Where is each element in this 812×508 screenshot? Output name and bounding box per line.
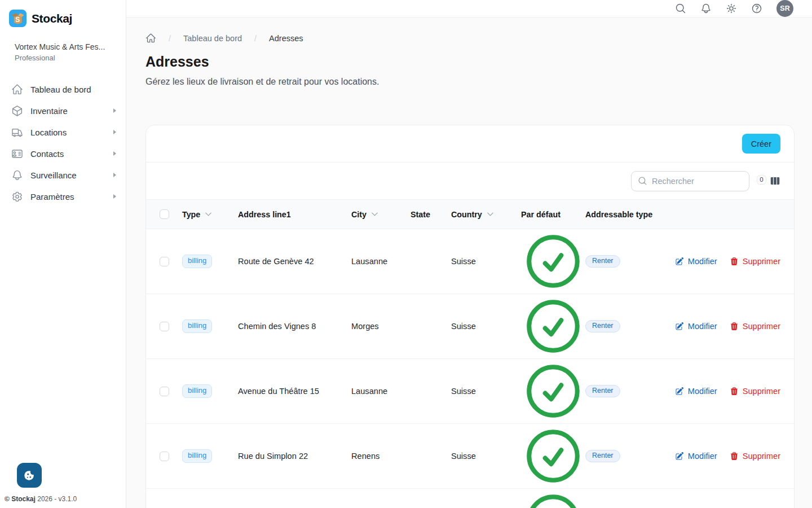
state-cell: [411, 359, 451, 424]
sidebar-item-contacts[interactable]: Contacts: [0, 143, 126, 164]
app-logo[interactable]: S Stockaj: [0, 0, 126, 27]
sidebar-item-locations[interactable]: Locations: [0, 121, 126, 143]
country-cell: Suisse: [451, 229, 521, 294]
chevron-down-icon: [370, 210, 379, 218]
city-cell: Renens: [351, 424, 411, 489]
help-icon[interactable]: [751, 3, 762, 14]
delete-button[interactable]: Supprimer: [730, 257, 780, 266]
sidebar-item-tableau-de-bord[interactable]: Tableau de bord: [0, 78, 126, 100]
country-cell: Suisse: [451, 424, 521, 489]
edit-label: Modifier: [688, 322, 717, 331]
svg-text:S: S: [15, 16, 20, 24]
search-icon[interactable]: [675, 3, 686, 14]
copyright-version: 2026 - v3.1.0: [37, 495, 77, 503]
table-row: billing Rue du Bugnon 21 Lausanne Suisse…: [146, 489, 794, 508]
default-check-circle-icon: [521, 359, 585, 423]
user-avatar[interactable]: SR: [776, 0, 793, 17]
state-cell: [411, 489, 451, 508]
search-input-icon: [638, 176, 647, 186]
trash-icon: [730, 322, 739, 331]
app-logo-icon: S: [9, 10, 27, 27]
delete-button[interactable]: Supprimer: [730, 452, 780, 461]
breadcrumb-home-icon[interactable]: [145, 33, 156, 43]
filter-count-badge: 0: [757, 175, 766, 185]
delete-button[interactable]: Supprimer: [730, 387, 780, 396]
addressable-type-badge: Renter: [585, 255, 620, 268]
sidebar-item-parametres[interactable]: Paramètres: [0, 186, 126, 207]
select-all-checkbox[interactable]: [160, 209, 169, 219]
addressable-type-badge: Renter: [585, 320, 620, 333]
row-checkbox[interactable]: [160, 257, 169, 266]
chevron-right-icon: [113, 108, 117, 113]
org-plan: Professional: [15, 54, 118, 62]
column-header-country[interactable]: Country: [451, 210, 482, 219]
chevron-right-icon: [113, 151, 117, 156]
truck-icon: [11, 126, 23, 138]
sidebar-item-label: Locations: [30, 128, 67, 137]
addresses-card: Créer 0: [145, 125, 795, 508]
card-header: Créer: [146, 125, 794, 162]
row-checkbox[interactable]: [160, 322, 169, 331]
delete-label: Supprimer: [743, 452, 780, 461]
country-cell: Suisse: [451, 489, 521, 508]
delete-label: Supprimer: [743, 322, 780, 331]
trash-icon: [730, 387, 739, 396]
city-cell: Lausanne: [351, 229, 411, 294]
default-check-circle-icon: [521, 424, 585, 488]
edit-button[interactable]: Modifier: [675, 387, 717, 396]
breadcrumb-separator: /: [169, 34, 171, 43]
state-cell: [411, 229, 451, 294]
pencil-square-icon: [675, 387, 684, 396]
edit-button[interactable]: Modifier: [675, 322, 717, 331]
address-cell: Route de Genève 42: [238, 229, 351, 294]
type-badge: billing: [182, 384, 212, 397]
home-icon: [11, 84, 23, 95]
sidebar-item-label: Contacts: [30, 149, 64, 159]
chevron-down-icon: [486, 210, 495, 218]
table-header-row: Type Address line1 City State Country Pa…: [146, 200, 794, 229]
row-checkbox[interactable]: [160, 387, 169, 396]
page-subtitle: Gérez les lieux de livraison et de retra…: [145, 77, 795, 87]
city-cell: Morges: [351, 294, 411, 359]
notifications-bell-icon[interactable]: [700, 3, 712, 14]
theme-sun-icon[interactable]: [726, 3, 737, 14]
state-cell: [411, 424, 451, 489]
column-header-type[interactable]: Type: [182, 210, 200, 219]
breadcrumb-separator: /: [254, 34, 257, 43]
edit-button[interactable]: Modifier: [675, 257, 717, 266]
cookie-icon: [23, 469, 36, 481]
org-block: Vortex Music & Arts Fes... Professional: [0, 27, 126, 62]
pencil-square-icon: [675, 322, 684, 331]
delete-button[interactable]: Supprimer: [730, 322, 780, 331]
copyright-brand: © Stockaj: [5, 495, 36, 503]
table-row: billing Route de Genève 42 Lausanne Suis…: [146, 229, 794, 294]
sidebar-item-inventaire[interactable]: Inventaire: [0, 100, 126, 121]
card-toolbar: 0: [146, 162, 794, 199]
sidebar-item-surveillance[interactable]: Surveillance: [0, 164, 126, 186]
org-name: Vortex Music & Arts Fes...: [15, 42, 118, 51]
country-cell: Suisse: [451, 359, 521, 424]
default-check-circle-icon: [521, 229, 585, 294]
table-body: billing Route de Genève 42 Lausanne Suis…: [146, 229, 794, 508]
columns-icon[interactable]: [770, 176, 780, 186]
default-check-circle-icon: [521, 489, 585, 508]
create-button[interactable]: Créer: [742, 134, 780, 154]
addressable-type-badge: Renter: [585, 450, 620, 463]
breadcrumb-parent[interactable]: Tableau de bord: [183, 34, 242, 43]
column-header-address: Address line1: [238, 210, 291, 219]
column-header-city[interactable]: City: [351, 210, 367, 219]
search-box: [631, 171, 749, 191]
trash-icon: [730, 257, 739, 266]
gear-icon: [11, 191, 23, 203]
breadcrumb: / Tableau de bord / Adresses: [145, 33, 795, 43]
row-checkbox[interactable]: [160, 452, 169, 461]
column-header-state: State: [411, 210, 430, 219]
cookie-settings-button[interactable]: [17, 463, 42, 488]
breadcrumb-current: Adresses: [269, 34, 303, 43]
address-cell: Chemin des Vignes 8: [238, 294, 351, 359]
sidebar-item-label: Surveillance: [30, 170, 77, 180]
edit-label: Modifier: [688, 387, 717, 396]
sidebar-item-label: Tableau de bord: [30, 85, 91, 94]
search-input[interactable]: [652, 177, 743, 186]
edit-button[interactable]: Modifier: [675, 452, 717, 461]
